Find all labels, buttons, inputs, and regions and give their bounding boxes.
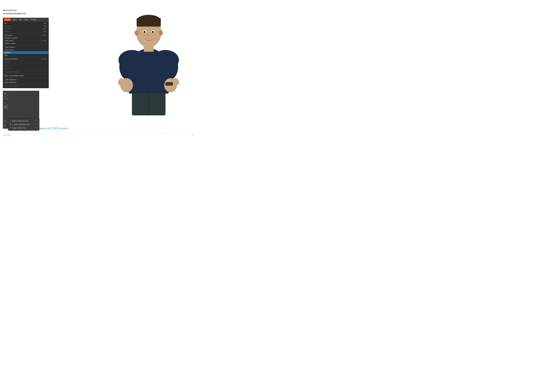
photo-area xyxy=(104,5,193,115)
svg-rect-28 xyxy=(132,91,166,93)
crop-tool-icon[interactable]: ⧉ xyxy=(4,119,8,123)
submenu-quick-selection[interactable]: ✦ Quick Selection Tool W xyxy=(8,123,39,126)
dd-focus-area[interactable]: Focus Area... xyxy=(3,49,49,51)
dd-grow[interactable]: Grow xyxy=(3,64,49,67)
dd-subject[interactable]: Subject xyxy=(3,51,49,54)
svg-point-17 xyxy=(147,35,150,37)
separator-4 xyxy=(3,64,49,64)
marquee-tool-icon[interactable] xyxy=(4,96,8,100)
dd-all-layers[interactable]: All Layers ⌥⌘A xyxy=(3,34,49,37)
menu-3d[interactable]: 3D xyxy=(18,18,23,21)
dd-inverse[interactable]: Inverse ⇧⌘I xyxy=(3,30,49,33)
menu-filter[interactable]: Filter xyxy=(12,18,18,21)
footer: Photography 23 xyxy=(3,133,193,136)
person-illustration xyxy=(104,5,193,115)
submenu-magic-wand[interactable]: ✱ Magic Wand Tool W xyxy=(8,126,39,130)
svg-point-9 xyxy=(135,30,139,36)
dd-similar[interactable]: Similar xyxy=(3,67,49,70)
ps-menu-bar: Select Filter 3D View Plugins xyxy=(3,18,49,21)
frame-tool-icon[interactable]: ⊠ xyxy=(4,124,8,127)
separator-8 xyxy=(3,84,49,84)
ps-dropdown: All ⌘A Deselect ⌘D Reselect ⇧⌘D Inverse … xyxy=(3,21,49,88)
svg-point-21 xyxy=(119,53,138,80)
svg-point-10 xyxy=(159,30,163,36)
dd-new-3d[interactable]: New 3D Extrusion xyxy=(3,85,49,87)
footer-left: Photography xyxy=(3,134,11,136)
separator-2 xyxy=(3,45,49,45)
dd-quick-mask[interactable]: Edit in Quick Mask Mode xyxy=(3,74,49,77)
svg-rect-25 xyxy=(166,83,172,85)
dd-find-layers[interactable]: Find Layers ⌥⇧⌘F xyxy=(3,39,49,42)
lasso-tool-icon[interactable]: ⌖ xyxy=(4,101,8,105)
dd-deselect[interactable]: Deselect ⌘D xyxy=(3,25,49,28)
tool-row-magic: ✦ ⬚ Object Selection Tool W ✦ Quick Sel xyxy=(3,105,39,109)
heading-line1: Best tools for xyxy=(3,9,17,12)
separator-1 xyxy=(3,33,49,34)
dd-isolate-layers[interactable]: Isolate Layers xyxy=(3,42,49,45)
dd-load-selection[interactable]: Load Selection... xyxy=(3,78,49,81)
separator-5 xyxy=(3,70,49,70)
dd-all[interactable]: All ⌘A xyxy=(3,22,49,25)
tool-submenu: ⬚ Object Selection Tool W ✦ Quick Select… xyxy=(8,118,39,130)
dd-reselect[interactable]: Reselect ⇧⌘D xyxy=(3,28,49,30)
menu-select[interactable]: Select xyxy=(4,18,11,21)
tool-row-marquee xyxy=(3,96,39,100)
separator-3 xyxy=(3,57,49,57)
dd-save-selection[interactable]: Save Selection... xyxy=(3,81,49,84)
dd-transform-selection[interactable]: Transform Selection xyxy=(3,71,49,73)
dd-deselect-layers[interactable]: Deselect Layers xyxy=(3,37,49,39)
svg-point-18 xyxy=(160,53,178,80)
heading: Best tools for removing background xyxy=(3,9,49,15)
dd-color-range[interactable]: Color Range... xyxy=(3,46,49,49)
tool-row-move: ⊕ xyxy=(3,92,39,96)
menu-view[interactable]: View xyxy=(23,18,29,21)
tools-panel: ⊕ ⌖ ✦ ⬚ xyxy=(3,91,39,129)
dd-select-mask[interactable]: Select and Mask... ⌥⌘R xyxy=(3,58,49,60)
magic-wand-tool-icon[interactable]: ✦ xyxy=(4,105,8,109)
tool-row-lasso: ⌖ xyxy=(3,100,39,105)
heading-line2: removing background xyxy=(3,12,26,15)
separator-7 xyxy=(3,78,49,78)
menu-plugins[interactable]: Plugins xyxy=(30,18,38,21)
svg-rect-8 xyxy=(137,18,161,27)
svg-point-16 xyxy=(152,31,153,32)
svg-point-13 xyxy=(144,31,145,32)
move-tool-icon[interactable]: ⊕ xyxy=(4,92,8,96)
submenu-object-selection[interactable]: ⬚ Object Selection Tool W xyxy=(8,119,39,123)
dd-sky[interactable]: Sky xyxy=(3,54,49,57)
dd-modify[interactable]: Modify › xyxy=(3,60,49,63)
left-panel: Best tools for removing background Selec… xyxy=(3,9,49,129)
footer-right: 23 xyxy=(192,134,193,136)
